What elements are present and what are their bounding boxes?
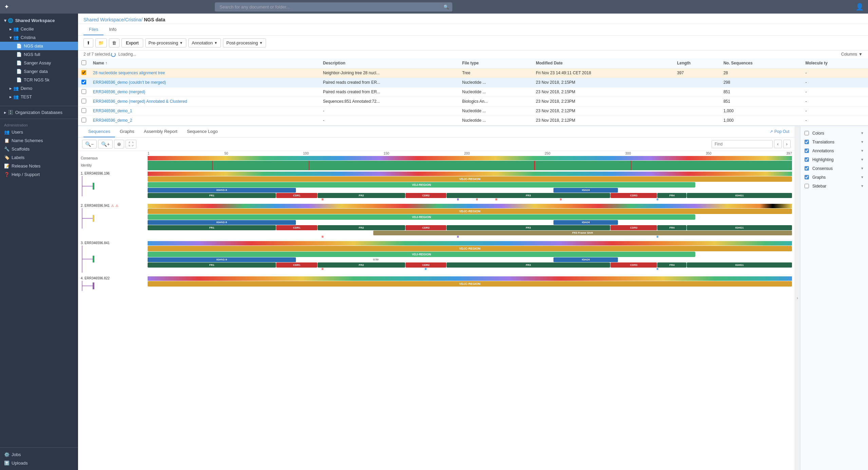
sidebar-item-scaffolds[interactable]: 🔧 Scaffolds <box>0 145 78 153</box>
postprocessing-button[interactable]: Post-processing ▼ <box>223 38 266 47</box>
search-bar: 🔍 <box>215 2 452 12</box>
sidebar-item-name-schemes[interactable]: 📋 Name Schemes <box>0 136 78 145</box>
seq4-tracks: VDJC-REGION <box>148 276 795 292</box>
zoom-out-button[interactable]: 🔍− <box>82 140 97 149</box>
sidebar-item-test[interactable]: ▸ 👥 TEST <box>0 93 78 101</box>
sidebar-org-db[interactable]: ▸ 🗄️ Organization Databases <box>0 108 78 117</box>
find-input[interactable] <box>712 140 773 148</box>
collapse-arrow[interactable]: › <box>795 126 800 470</box>
table-row: ERR346596_demo (couldn't be merged)Paire… <box>78 78 868 87</box>
seq1-label: 1. ERR346596.196 <box>81 172 148 175</box>
row-checkbox[interactable] <box>81 89 86 94</box>
sidebar-item-labels[interactable]: 🏷️ Labels <box>0 153 78 162</box>
seq-tab-sequences[interactable]: Sequences <box>83 126 115 137</box>
tab-info[interactable]: Info <box>103 24 122 35</box>
sidebar-item-users[interactable]: 👥 Users <box>0 128 78 136</box>
rs-item-translations[interactable]: Translations ▼ <box>800 138 868 146</box>
seg2-cdr1: CDR1 <box>276 225 317 230</box>
sidebar-checkbox[interactable] <box>805 184 809 188</box>
row-checkbox[interactable] <box>81 108 86 113</box>
sidebar-item-cristina[interactable]: ▾ 👥 Cristina <box>0 33 78 42</box>
sidebar-item-tcr[interactable]: 📄 TCR NGS 5k <box>0 76 78 84</box>
fit-button[interactable]: ⊕ <box>114 140 124 149</box>
translations-label: Translations <box>812 140 861 144</box>
zoom-in-button[interactable]: 🔍+ <box>98 140 113 149</box>
ann-4 <box>495 198 497 200</box>
sidebar-item-sanger-assay[interactable]: 📄 Sanger Assay <box>0 59 78 67</box>
seq-tab-graphs[interactable]: Graphs <box>115 126 139 137</box>
seq3-ighj4: IGHJ4 <box>553 257 618 262</box>
prev-button[interactable]: ‹ <box>774 140 781 148</box>
columns-button[interactable]: Columns ▼ <box>841 52 863 57</box>
row-checkbox[interactable] <box>81 118 86 122</box>
table-cell: Tree <box>459 68 532 78</box>
table-cell: - <box>802 106 868 116</box>
annotations-checkbox[interactable] <box>805 149 809 153</box>
help-label: Help / Support <box>12 172 40 177</box>
consensus-checkbox[interactable] <box>805 166 809 171</box>
sidebar-item-uploads[interactable]: ⬆️ Uploads <box>0 459 78 467</box>
sidebar-item-ngs-full[interactable]: 📄 NGS full <box>0 50 78 59</box>
breadcrumb-workspace[interactable]: Shared Workspace <box>83 17 124 22</box>
highlighting-checkbox[interactable] <box>805 157 809 162</box>
seq2-ighv: IGHV2-9 <box>148 220 296 225</box>
sidebar-workspace[interactable]: ▾ 🌐 Shared Workspace <box>0 16 78 25</box>
seq-tab-assembly[interactable]: Assembly Report <box>139 126 182 137</box>
sidebar-item-ngs-data[interactable]: 📄 NGS data <box>0 42 78 50</box>
table-cell: 23 Nov 2018, 2:12PM <box>532 106 674 116</box>
pop-out-button[interactable]: ↗ Pop Out <box>770 129 795 134</box>
rs-item-annotations[interactable]: Annotations ▼ <box>800 146 868 155</box>
breadcrumb-user[interactable]: Cristina <box>125 17 141 22</box>
tab-files[interactable]: Files <box>83 24 103 35</box>
rs-item-highlighting[interactable]: Highlighting ▼ <box>800 155 868 164</box>
row-checkbox[interactable] <box>81 80 86 84</box>
ngs-data-label: NGS data <box>24 43 43 48</box>
expand-button[interactable]: ⛶ <box>126 140 136 149</box>
table-cell <box>674 106 720 116</box>
test-label: TEST <box>21 94 32 99</box>
preprocessing-button[interactable]: Pre-processing ▼ <box>145 38 186 47</box>
seq2-tree-svg <box>81 208 94 229</box>
new-folder-button[interactable]: 📁 <box>95 38 107 47</box>
row-checkbox[interactable] <box>81 70 86 75</box>
sidebar-item-demo[interactable]: ▸ 👥 Demo <box>0 84 78 93</box>
seg3-cdr1: CDR1 <box>276 262 317 268</box>
row-checkbox[interactable] <box>81 99 86 103</box>
ann3-1 <box>322 268 323 270</box>
translations-checkbox[interactable] <box>805 140 809 144</box>
consensus-label: Consensus <box>78 156 148 160</box>
identity-mark-1 <box>212 161 213 170</box>
ruler-50: 50 <box>224 152 228 155</box>
rs-item-consensus[interactable]: Consensus ▼ <box>800 164 868 173</box>
seq1-gene-row: IGHV2-9 IGHJ4 <box>148 188 792 193</box>
colors-checkbox[interactable] <box>805 131 809 135</box>
loading-text: Loading... <box>118 52 136 57</box>
seq2-vdj-bar: VDJ-REGION <box>148 214 695 220</box>
rs-item-colors[interactable]: Colors ▼ <box>800 129 868 138</box>
graphs-checkbox[interactable] <box>805 175 809 179</box>
seq-tab-logo[interactable]: Sequence Logo <box>182 126 223 137</box>
table-cell: - <box>802 97 868 106</box>
user-icon[interactable]: 👤 <box>855 3 864 11</box>
identity-track-fill <box>148 161 792 170</box>
search-input[interactable] <box>215 2 452 12</box>
next-button[interactable]: › <box>783 140 791 148</box>
sidebar-item-release-notes[interactable]: 📝 Release Notes <box>0 162 78 170</box>
rs-item-sidebar[interactable]: Sidebar ▼ <box>800 182 868 191</box>
sidebar-item-help[interactable]: ❓ Help / Support <box>0 170 78 179</box>
table-cell: ERR346596_demo (couldn't be merged) <box>90 78 320 87</box>
delete-button[interactable]: 🗑 <box>109 38 119 47</box>
ann2-1 <box>322 236 323 238</box>
rs-item-graphs[interactable]: Graphs ▼ <box>800 173 868 182</box>
sidebar-item-cecilie[interactable]: ▸ 👥 Cecilie <box>0 25 78 33</box>
select-all-checkbox[interactable] <box>81 60 86 65</box>
col-desc: Description <box>320 58 459 68</box>
sidebar-item-sanger-data[interactable]: 📄 Sanger data <box>0 67 78 76</box>
sidebar-item-jobs[interactable]: ⚙️ Jobs <box>0 450 78 459</box>
ruler-row: 1 50 100 150 200 250 300 350 397 <box>78 151 795 156</box>
seq2-segments: FR1 CDR1 FR2 CDR2 FR3 CDR3 FR4 IGHG1 <box>148 225 792 230</box>
highlighting-label: Highlighting <box>812 157 861 162</box>
upload-button[interactable]: ⬆ <box>83 38 93 47</box>
annotation-button[interactable]: Annotation ▼ <box>188 38 221 47</box>
export-button[interactable]: Export <box>121 38 143 47</box>
